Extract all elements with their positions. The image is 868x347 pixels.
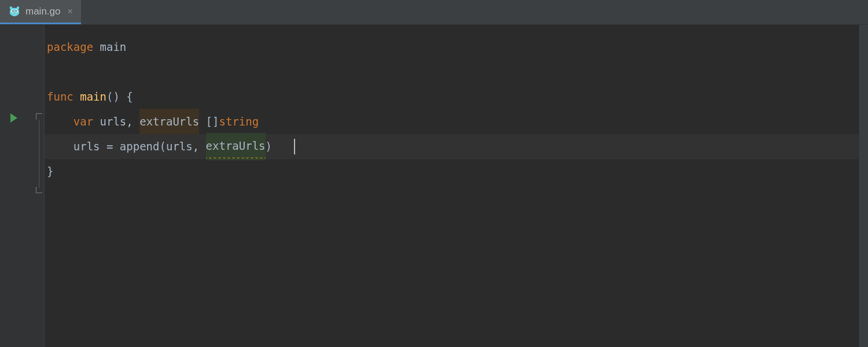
svg-point-5 (12, 10, 13, 11)
code-line-5[interactable]: urls = append(urls, extraUrls) (45, 134, 868, 159)
highlighted-identifier: extraUrls (139, 109, 199, 135)
svg-point-6 (16, 10, 17, 11)
fold-open-icon[interactable] (36, 113, 42, 120)
go-file-icon (8, 5, 21, 18)
code-area[interactable]: package main func main() { var urls, ext… (45, 25, 868, 347)
editor-body: package main func main() { var urls, ext… (0, 25, 868, 347)
code-line-4[interactable]: var urls, extraUrls []string (45, 109, 868, 134)
caret (294, 139, 295, 154)
code-line-1[interactable]: package main (45, 35, 868, 60)
code-line-6[interactable]: } (45, 159, 868, 184)
tab-filename: main.go (25, 6, 60, 17)
close-tab-icon[interactable]: × (65, 6, 72, 17)
fold-close-icon[interactable] (36, 187, 42, 193)
code-line-2[interactable] (45, 60, 868, 84)
fold-guide (39, 120, 39, 188)
file-tab[interactable]: main.go × (0, 0, 81, 24)
run-gutter-icon[interactable] (10, 113, 17, 123)
tab-bar: main.go × (0, 0, 868, 25)
svg-point-7 (14, 12, 15, 13)
code-line-3[interactable]: func main() { (45, 84, 868, 109)
warning-identifier: extraUrls (206, 133, 266, 160)
gutter[interactable] (0, 25, 45, 347)
vertical-scrollbar[interactable] (859, 25, 868, 347)
